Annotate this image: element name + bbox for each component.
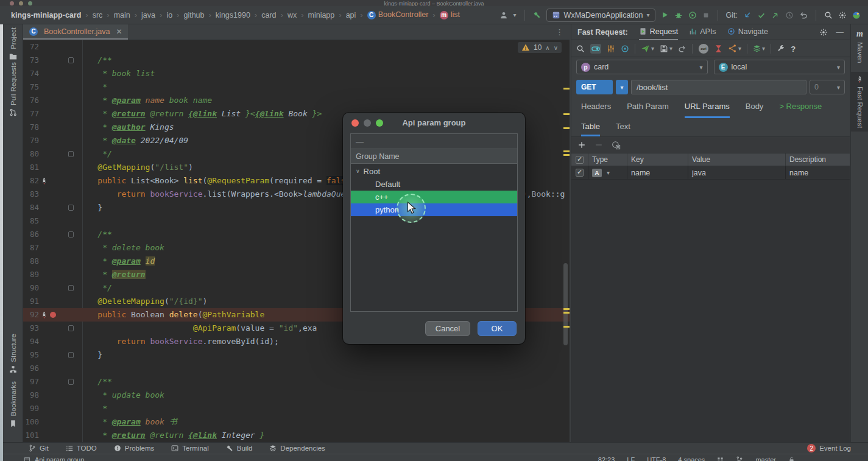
line-number[interactable]: 96 [24, 362, 39, 375]
line-number[interactable]: 100 [24, 415, 39, 429]
sidebar-item-project[interactable]: Project [3, 27, 23, 60]
tab-options-kebab-icon[interactable]: ⋮ [556, 27, 563, 37]
panel-tab-navigate[interactable]: Navigate [727, 24, 768, 40]
cancel-button[interactable]: Cancel [425, 321, 470, 336]
line-number[interactable]: 83 [24, 188, 39, 201]
tab-bookcontroller[interactable]: C BookController.java ✕ [23, 24, 128, 40]
layers-icon[interactable]: ▾ [753, 44, 765, 52]
line-number[interactable]: 98 [24, 389, 39, 402]
description-cell[interactable]: name [786, 166, 850, 179]
warning-stripe-mark[interactable] [563, 113, 570, 115]
tree-item-python[interactable]: python [351, 203, 517, 216]
warning-stripe-mark[interactable] [563, 127, 570, 129]
panel-settings-gear-icon[interactable] [819, 28, 828, 37]
breadcrumb-item[interactable]: java [141, 11, 155, 19]
line-number[interactable]: 94 [24, 335, 39, 348]
dialog-minimize-icon[interactable] [364, 119, 371, 127]
tool-window-button-todo[interactable]: TODO [66, 445, 97, 452]
breadcrumb-item[interactable]: miniapp [308, 11, 335, 19]
add-row-icon[interactable] [577, 141, 586, 149]
breadcrumb-item[interactable]: card [261, 11, 276, 19]
dialog-zoom-icon[interactable] [376, 119, 383, 127]
warning-stripe-mark[interactable] [563, 150, 570, 152]
prev-problem-icon[interactable]: ∧ [545, 44, 549, 51]
row-checkbox[interactable] [576, 169, 584, 177]
tool-window-button-problems[interactable]: Problems [114, 445, 155, 452]
sliders-icon[interactable] [607, 44, 615, 53]
tree-item-default[interactable]: Default [351, 178, 517, 191]
tab-table[interactable]: Table [581, 122, 600, 136]
line-number[interactable]: 97 [24, 375, 39, 389]
tool-window-button-git[interactable]: Git [29, 445, 49, 452]
status-widget[interactable]: UTF-8 [647, 455, 666, 461]
line-number[interactable]: 89 [24, 268, 39, 281]
line-number[interactable]: 85 [24, 214, 39, 228]
git-push-icon[interactable] [771, 11, 780, 19]
line-number[interactable]: 77 [24, 107, 39, 121]
sidebar-item-structure[interactable]: Structure [3, 334, 23, 373]
chevron-down-icon[interactable]: ∨ [356, 165, 360, 178]
panel-tab-apis[interactable]: APIs [689, 24, 716, 40]
curl-icon[interactable]: curl [698, 43, 709, 54]
line-number[interactable]: 88 [24, 255, 39, 268]
settings-gear-icon[interactable] [838, 11, 847, 19]
method-select[interactable]: GET [576, 80, 613, 94]
search-icon[interactable] [576, 44, 585, 53]
breadcrumb-item[interactable]: api [346, 11, 356, 19]
gutter-icons[interactable] [40, 174, 48, 188]
line-number[interactable]: 99 [24, 402, 39, 415]
value-cell[interactable]: java [688, 166, 786, 179]
search-everywhere-icon[interactable] [824, 11, 833, 19]
line-number[interactable]: 74 [24, 67, 39, 80]
user-account-icon[interactable] [499, 11, 508, 19]
whats-new-sphere-icon[interactable] [852, 11, 861, 19]
redo-icon[interactable] [678, 44, 686, 53]
fold-marker-icon[interactable] [68, 205, 74, 211]
line-number[interactable]: 73 [24, 54, 39, 67]
line-number[interactable]: 91 [24, 295, 39, 308]
fold-marker-icon[interactable] [68, 151, 74, 157]
wrench-icon[interactable] [777, 44, 785, 53]
minimize-window-icon[interactable] [19, 1, 23, 5]
breadcrumb-item[interactable]: kings-miniapp-card [11, 11, 81, 19]
line-number[interactable]: 92 [24, 308, 39, 322]
count-select[interactable]: 0 ▾ [810, 80, 845, 94]
select-all-checkbox[interactable] [576, 156, 584, 164]
sidebar-item-fast-request[interactable]: Fast Request [851, 72, 868, 132]
stop-button[interactable] [702, 12, 710, 19]
fold-marker-icon[interactable] [68, 57, 74, 63]
warning-stripe-mark[interactable] [563, 88, 570, 90]
method-caret[interactable]: ▾ [616, 80, 628, 94]
fold-marker-icon[interactable] [68, 285, 74, 291]
remove-row-icon[interactable] [595, 141, 603, 149]
warning-stripe-mark[interactable] [563, 154, 570, 156]
breadcrumb-item[interactable]: main [114, 11, 130, 19]
line-number[interactable]: 75 [24, 80, 39, 94]
breadcrumb-item[interactable]: mlist [440, 10, 460, 19]
toggle-icon[interactable] [590, 44, 601, 54]
project-select[interactable]: p card ▾ [576, 60, 708, 74]
line-number[interactable]: 84 [24, 201, 39, 214]
line-number[interactable]: 78 [24, 121, 39, 134]
warning-stripe-mark[interactable] [563, 312, 570, 314]
tab-body[interactable]: Body [746, 102, 764, 118]
breakpoint-icon[interactable] [50, 312, 56, 318]
line-number[interactable]: 86 [24, 228, 39, 241]
line-number[interactable]: 93 [24, 322, 39, 335]
traffic-lights[interactable] [10, 1, 32, 5]
editor-scrollbar[interactable] [563, 263, 568, 345]
breadcrumb-item[interactable]: CBookController [367, 10, 429, 19]
url-input[interactable]: /book/list [631, 80, 806, 94]
breadcrumb-item[interactable]: github [183, 11, 204, 19]
zoom-window-icon[interactable] [28, 1, 32, 5]
inspections-widget[interactable]: 10 ∧ ∨ [518, 42, 562, 53]
warning-stripe-mark[interactable] [563, 326, 570, 328]
table-row[interactable]: A▾namejavaname [571, 166, 850, 180]
status-widget[interactable]: 4 spaces [678, 455, 705, 461]
fold-marker-icon[interactable] [68, 352, 74, 358]
tree-item-root[interactable]: ∨Root [351, 165, 517, 178]
tree-item-c[interactable]: c++ [351, 191, 517, 203]
sidebar-item-pull-requests[interactable]: Pull Requests [3, 62, 23, 116]
indent-icon[interactable] [717, 457, 724, 461]
breadcrumb-item[interactable]: kings1990 [216, 11, 250, 19]
